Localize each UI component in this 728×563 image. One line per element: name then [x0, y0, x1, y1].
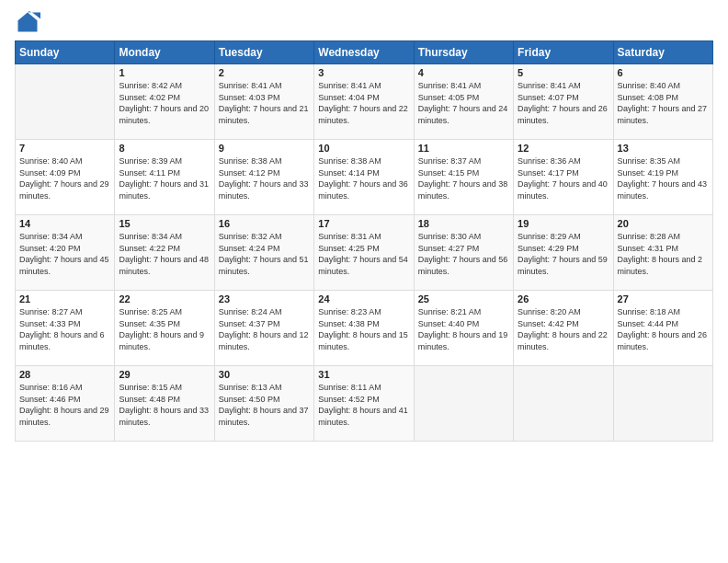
sunrise-text: Sunrise: 8:13 AM [219, 383, 282, 392]
calendar-cell: 16 Sunrise: 8:32 AM Sunset: 4:24 PM Dayl… [214, 215, 313, 291]
day-info: Sunrise: 8:18 AM Sunset: 4:44 PM Dayligh… [618, 306, 709, 352]
daylight-text: Daylight: 7 hours and 20 minutes. [119, 104, 209, 125]
sunrise-text: Sunrise: 8:21 AM [418, 307, 482, 316]
daylight-text: Daylight: 7 hours and 48 minutes. [119, 255, 209, 276]
header [15, 9, 713, 35]
calendar-cell: 18 Sunrise: 8:30 AM Sunset: 4:27 PM Dayl… [414, 215, 513, 291]
sunrise-text: Sunrise: 8:38 AM [318, 156, 381, 166]
calendar-week-row: 21 Sunrise: 8:27 AM Sunset: 4:33 PM Dayl… [16, 291, 713, 366]
day-number: 1 [119, 67, 210, 78]
calendar-week-row: 28 Sunrise: 8:16 AM Sunset: 4:46 PM Dayl… [16, 366, 713, 442]
sunrise-text: Sunrise: 8:40 AM [19, 156, 83, 166]
daylight-text: Daylight: 8 hours and 33 minutes. [119, 406, 209, 427]
sunrise-text: Sunrise: 8:32 AM [219, 232, 282, 241]
calendar-cell: 21 Sunrise: 8:27 AM Sunset: 4:33 PM Dayl… [16, 291, 115, 366]
calendar-week-row: 14 Sunrise: 8:34 AM Sunset: 4:20 PM Dayl… [16, 215, 713, 291]
calendar-cell: 3 Sunrise: 8:41 AM Sunset: 4:04 PM Dayli… [314, 64, 414, 140]
sunset-text: Sunset: 4:37 PM [219, 319, 280, 328]
calendar-cell: 10 Sunrise: 8:38 AM Sunset: 4:14 PM Dayl… [314, 140, 414, 215]
day-number: 25 [418, 293, 509, 304]
day-number: 15 [119, 218, 210, 229]
sunset-text: Sunset: 4:25 PM [318, 244, 380, 253]
daylight-text: Daylight: 8 hours and 12 minutes. [219, 330, 309, 351]
day-number: 11 [418, 143, 509, 154]
daylight-text: Daylight: 7 hours and 36 minutes. [318, 179, 408, 201]
day-info: Sunrise: 8:42 AM Sunset: 4:02 PM Dayligh… [119, 80, 210, 126]
calendar-cell: 2 Sunrise: 8:41 AM Sunset: 4:03 PM Dayli… [214, 64, 313, 140]
calendar-cell: 9 Sunrise: 8:38 AM Sunset: 4:12 PM Dayli… [214, 140, 313, 215]
sunset-text: Sunset: 4:12 PM [219, 168, 280, 178]
calendar-cell [414, 366, 513, 442]
day-info: Sunrise: 8:27 AM Sunset: 4:33 PM Dayligh… [19, 306, 110, 352]
sunset-text: Sunset: 4:35 PM [119, 319, 180, 328]
sunrise-text: Sunrise: 8:18 AM [618, 307, 681, 316]
day-info: Sunrise: 8:40 AM Sunset: 4:09 PM Dayligh… [19, 155, 110, 201]
calendar-cell: 30 Sunrise: 8:13 AM Sunset: 4:50 PM Dayl… [214, 366, 313, 442]
sunrise-text: Sunrise: 8:25 AM [119, 307, 182, 316]
calendar-cell: 11 Sunrise: 8:37 AM Sunset: 4:15 PM Dayl… [414, 140, 513, 215]
sunset-text: Sunset: 4:20 PM [19, 244, 81, 253]
daylight-text: Daylight: 7 hours and 22 minutes. [318, 104, 408, 125]
sunrise-text: Sunrise: 8:40 AM [618, 81, 681, 90]
sunrise-text: Sunrise: 8:41 AM [219, 81, 282, 90]
calendar-cell: 5 Sunrise: 8:41 AM Sunset: 4:07 PM Dayli… [514, 64, 613, 140]
daylight-text: Daylight: 8 hours and 26 minutes. [618, 330, 708, 351]
daylight-text: Daylight: 8 hours and 22 minutes. [518, 330, 608, 351]
calendar-cell: 22 Sunrise: 8:25 AM Sunset: 4:35 PM Dayl… [115, 291, 214, 366]
calendar-cell: 4 Sunrise: 8:41 AM Sunset: 4:05 PM Dayli… [414, 64, 513, 140]
calendar-cell: 31 Sunrise: 8:11 AM Sunset: 4:52 PM Dayl… [314, 366, 414, 442]
day-info: Sunrise: 8:23 AM Sunset: 4:38 PM Dayligh… [318, 306, 409, 352]
day-info: Sunrise: 8:21 AM Sunset: 4:40 PM Dayligh… [418, 306, 509, 352]
calendar-cell: 12 Sunrise: 8:36 AM Sunset: 4:17 PM Dayl… [514, 140, 613, 215]
day-info: Sunrise: 8:16 AM Sunset: 4:46 PM Dayligh… [19, 382, 110, 428]
sunset-text: Sunset: 4:08 PM [618, 93, 679, 102]
day-info: Sunrise: 8:41 AM Sunset: 4:05 PM Dayligh… [418, 80, 509, 126]
daylight-text: Daylight: 7 hours and 24 minutes. [418, 104, 508, 125]
calendar-cell [514, 366, 613, 442]
page: SundayMondayTuesdayWednesdayThursdayFrid… [0, 0, 728, 563]
sunset-text: Sunset: 4:27 PM [418, 244, 480, 253]
calendar-cell: 15 Sunrise: 8:34 AM Sunset: 4:22 PM Dayl… [115, 215, 214, 291]
day-header-sunday: Sunday [16, 41, 115, 64]
daylight-text: Daylight: 7 hours and 43 minutes. [618, 179, 708, 201]
sunrise-text: Sunrise: 8:28 AM [618, 232, 681, 241]
logo [15, 9, 44, 35]
calendar-cell: 6 Sunrise: 8:40 AM Sunset: 4:08 PM Dayli… [613, 64, 712, 140]
sunrise-text: Sunrise: 8:20 AM [518, 307, 581, 316]
calendar-cell: 8 Sunrise: 8:39 AM Sunset: 4:11 PM Dayli… [115, 140, 214, 215]
daylight-text: Daylight: 8 hours and 41 minutes. [318, 406, 408, 427]
day-number: 3 [318, 67, 409, 78]
day-header-thursday: Thursday [414, 41, 513, 64]
calendar-week-row: 1 Sunrise: 8:42 AM Sunset: 4:02 PM Dayli… [16, 64, 713, 140]
daylight-text: Daylight: 8 hours and 29 minutes. [19, 406, 109, 427]
day-info: Sunrise: 8:41 AM Sunset: 4:04 PM Dayligh… [318, 80, 409, 126]
day-number: 27 [618, 293, 709, 304]
calendar-cell: 17 Sunrise: 8:31 AM Sunset: 4:25 PM Dayl… [314, 215, 414, 291]
sunrise-text: Sunrise: 8:37 AM [418, 156, 482, 166]
day-info: Sunrise: 8:39 AM Sunset: 4:11 PM Dayligh… [119, 155, 210, 201]
sunset-text: Sunset: 4:14 PM [318, 168, 380, 178]
daylight-text: Daylight: 7 hours and 40 minutes. [518, 179, 608, 201]
sunset-text: Sunset: 4:38 PM [318, 319, 380, 328]
day-header-monday: Monday [115, 41, 214, 64]
sunrise-text: Sunrise: 8:41 AM [418, 81, 482, 90]
day-number: 8 [119, 143, 210, 154]
daylight-text: Daylight: 8 hours and 19 minutes. [418, 330, 508, 351]
day-number: 17 [318, 218, 409, 229]
day-info: Sunrise: 8:37 AM Sunset: 4:15 PM Dayligh… [418, 155, 509, 201]
daylight-text: Daylight: 7 hours and 59 minutes. [518, 255, 608, 276]
daylight-text: Daylight: 7 hours and 21 minutes. [219, 104, 309, 125]
sunset-text: Sunset: 4:03 PM [219, 93, 280, 102]
day-header-wednesday: Wednesday [314, 41, 414, 64]
day-number: 26 [518, 293, 609, 304]
calendar-cell: 24 Sunrise: 8:23 AM Sunset: 4:38 PM Dayl… [314, 291, 414, 366]
day-number: 2 [219, 67, 310, 78]
sunset-text: Sunset: 4:05 PM [418, 93, 480, 102]
sunset-text: Sunset: 4:04 PM [318, 93, 380, 102]
calendar-cell: 20 Sunrise: 8:28 AM Sunset: 4:31 PM Dayl… [613, 215, 712, 291]
sunrise-text: Sunrise: 8:31 AM [318, 232, 381, 241]
daylight-text: Daylight: 7 hours and 29 minutes. [19, 179, 109, 201]
calendar-cell: 27 Sunrise: 8:18 AM Sunset: 4:44 PM Dayl… [613, 291, 712, 366]
sunrise-text: Sunrise: 8:27 AM [19, 307, 83, 316]
sunrise-text: Sunrise: 8:23 AM [318, 307, 381, 316]
